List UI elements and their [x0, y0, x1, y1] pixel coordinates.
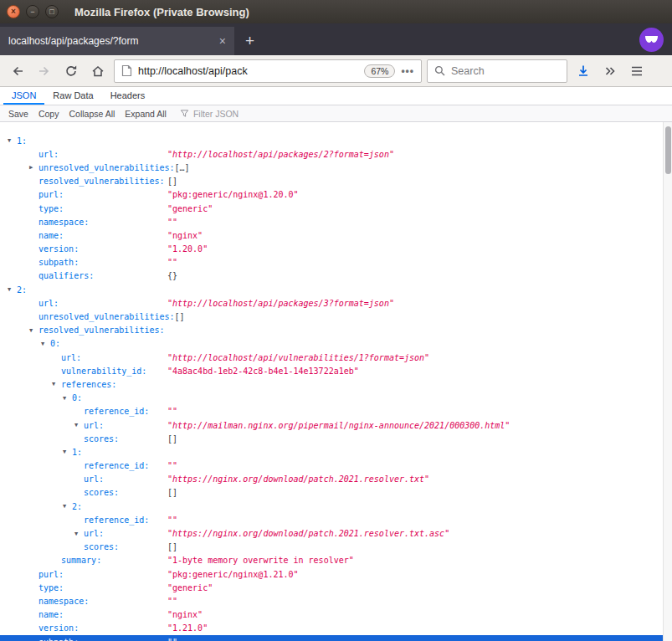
- downloads-button[interactable]: [572, 60, 594, 82]
- menu-button[interactable]: [626, 60, 648, 82]
- json-row[interactable]: scores:[]: [0, 541, 672, 554]
- twisty-icon[interactable]: ▼: [8, 137, 17, 144]
- json-row[interactable]: purl:"pkg:generic/nginx@1.20.0": [0, 188, 672, 202]
- json-row[interactable]: url:"http://localhost/api/packages/2?for…: [0, 147, 672, 161]
- json-row[interactable]: ▼url:"https://nginx.org/download/patch.2…: [0, 526, 672, 540]
- json-row[interactable]: reference_id:"": [0, 513, 672, 526]
- json-key: unresolved_vulnerabilities:: [38, 312, 175, 321]
- url-bar[interactable]: http://localhost/api/pack 67% •••: [114, 59, 422, 83]
- twisty-icon[interactable]: ▼: [41, 341, 50, 347]
- json-key: url:: [84, 474, 104, 484]
- twisty-icon[interactable]: ▼: [74, 531, 84, 537]
- json-value: "1-byte memory overwrite in resolver": [167, 556, 354, 565]
- json-row[interactable]: namespace:"": [0, 215, 672, 228]
- json-row[interactable]: url:"https://nginx.org/download/patch.20…: [0, 473, 672, 486]
- tab-raw-data[interactable]: Raw Data: [44, 87, 101, 105]
- json-key: purl:: [38, 570, 64, 579]
- scrollbar-thumb[interactable]: [665, 126, 671, 174]
- json-row[interactable]: name:"nginx": [0, 228, 672, 242]
- json-row[interactable]: qualifiers:{}: [0, 269, 672, 283]
- json-row[interactable]: url:"http://localhost/api/vulnerabilitie…: [0, 351, 672, 364]
- json-row[interactable]: ▶unresolved_vulnerabilities:[…]: [0, 161, 672, 174]
- json-row[interactable]: name:"nginx": [0, 608, 672, 622]
- json-value: "nginx": [167, 231, 203, 240]
- search-input[interactable]: Search: [451, 65, 485, 77]
- json-value[interactable]: "http://localhost/api/packages/3?format=…: [167, 299, 394, 308]
- json-row[interactable]: subpath:"": [0, 635, 672, 641]
- json-key: type:: [38, 583, 64, 592]
- url-input[interactable]: http://localhost/api/pack: [138, 64, 358, 78]
- twisty-icon[interactable]: ▼: [8, 286, 17, 293]
- json-row[interactable]: ▼2:: [0, 283, 672, 296]
- copy-button[interactable]: Copy: [33, 109, 64, 119]
- window-close-button[interactable]: ×: [7, 5, 20, 18]
- json-value: "generic": [167, 583, 213, 592]
- json-row[interactable]: ▼0:: [0, 392, 672, 405]
- home-button[interactable]: [87, 60, 109, 82]
- json-row[interactable]: type:"generic": [0, 202, 672, 215]
- json-row[interactable]: resolved_vulnerabilities:[]: [0, 175, 672, 188]
- json-row[interactable]: ▼url:"http://mailman.nginx.org/pipermail…: [0, 418, 672, 432]
- json-row[interactable]: ▼2:: [0, 500, 672, 513]
- json-row[interactable]: ▼1:: [0, 445, 672, 459]
- back-button[interactable]: [7, 60, 28, 82]
- tab-close-icon[interactable]: ×: [219, 34, 226, 48]
- json-value[interactable]: "http://localhost/api/vulnerabilities/1?…: [167, 353, 429, 362]
- json-key: references:: [61, 380, 116, 389]
- json-value[interactable]: "https://nginx.org/download/patch.2021.r…: [167, 529, 449, 538]
- url-text-container[interactable]: http://localhost/api/pack: [138, 64, 358, 78]
- json-row[interactable]: ▼resolved_vulnerabilities:: [0, 324, 672, 337]
- window-minimize-button[interactable]: −: [26, 5, 39, 18]
- forward-icon: [38, 64, 51, 78]
- forward-button[interactable]: [33, 60, 55, 82]
- twisty-icon[interactable]: ▼: [63, 503, 72, 510]
- save-button[interactable]: Save: [3, 109, 33, 119]
- json-row[interactable]: type:"generic": [0, 581, 672, 594]
- search-bar[interactable]: Search: [427, 59, 567, 83]
- twisty-icon[interactable]: ▼: [74, 422, 84, 428]
- json-row[interactable]: unresolved_vulnerabilities:[]: [0, 310, 672, 323]
- json-value: []: [167, 542, 177, 551]
- zoom-indicator[interactable]: 67%: [364, 64, 395, 78]
- hamburger-icon: [630, 65, 644, 77]
- json-row[interactable]: purl:"pkg:generic/nginx@1.21.0": [0, 567, 672, 581]
- twisty-icon[interactable]: ▼: [63, 395, 72, 402]
- filter-funnel-icon: [180, 109, 189, 118]
- json-row[interactable]: scores:[]: [0, 486, 672, 500]
- reload-button[interactable]: [60, 60, 82, 82]
- page-actions-button[interactable]: •••: [401, 65, 414, 77]
- json-row[interactable]: version:"1.21.0": [0, 622, 672, 635]
- filter-placeholder: Filter JSON: [193, 109, 239, 119]
- filter-json-input[interactable]: Filter JSON: [180, 109, 239, 119]
- json-row[interactable]: scores:[]: [0, 432, 672, 445]
- json-row[interactable]: reference_id:"": [0, 405, 672, 418]
- json-row[interactable]: ▼references:: [0, 377, 672, 391]
- json-key: scores:: [84, 488, 119, 497]
- json-row[interactable]: subpath:"": [0, 256, 672, 269]
- vertical-scrollbar[interactable]: [663, 122, 672, 641]
- twisty-icon[interactable]: ▼: [52, 381, 61, 387]
- collapse-all-button[interactable]: Collapse All: [64, 109, 120, 119]
- json-row[interactable]: ▼0:: [0, 337, 672, 351]
- twisty-icon[interactable]: ▼: [63, 449, 72, 455]
- new-tab-button[interactable]: +: [234, 27, 265, 55]
- json-value[interactable]: "http://mailman.nginx.org/pipermail/ngin…: [167, 421, 510, 430]
- tab-headers[interactable]: Headers: [102, 87, 154, 105]
- json-row[interactable]: namespace:"": [0, 594, 672, 608]
- json-value[interactable]: "http://localhost/api/packages/2?format=…: [167, 150, 394, 159]
- tab-json[interactable]: JSON: [3, 87, 44, 105]
- json-row[interactable]: version:"1.20.0": [0, 243, 672, 256]
- twisty-icon[interactable]: ▶: [29, 164, 38, 171]
- json-row[interactable]: url:"http://localhost/api/packages/3?for…: [0, 296, 672, 310]
- json-row[interactable]: ▼1:: [0, 134, 672, 147]
- json-row[interactable]: vulnerability_id:"4a8ac4bd-1eb2-42c8-b4e…: [0, 364, 672, 377]
- json-row[interactable]: reference_id:"": [0, 459, 672, 473]
- overflow-menu-button[interactable]: [599, 60, 621, 82]
- json-value[interactable]: "https://nginx.org/download/patch.2021.r…: [167, 474, 429, 484]
- json-key: url:: [61, 353, 81, 362]
- twisty-icon[interactable]: ▼: [29, 327, 38, 334]
- window-maximize-button[interactable]: □: [45, 5, 59, 18]
- json-row[interactable]: summary:"1-byte memory overwrite in reso…: [0, 554, 672, 567]
- active-tab[interactable]: localhost/api/packages/?form ×: [0, 27, 234, 55]
- expand-all-button[interactable]: Expand All: [120, 109, 172, 119]
